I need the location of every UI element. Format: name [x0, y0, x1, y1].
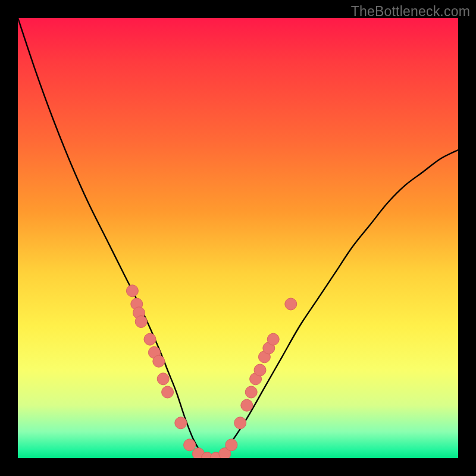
curve-marker — [226, 439, 237, 451]
curve-marker — [175, 417, 187, 429]
curve-marker — [153, 355, 165, 367]
plot-area — [18, 18, 458, 458]
curve-marker — [144, 333, 156, 345]
watermark-label: TheBottleneck.com — [351, 4, 470, 20]
curve-marker — [254, 364, 266, 376]
curve-marker — [241, 399, 253, 411]
curve-marker — [126, 285, 138, 297]
curve-marker — [184, 439, 196, 451]
bottleneck-curve — [18, 18, 458, 458]
curve-marker — [285, 298, 297, 310]
chart-frame: TheBottleneck.com — [0, 0, 476, 476]
curve-marker — [267, 333, 279, 345]
curve-layer — [18, 18, 458, 458]
curve-marker — [135, 316, 147, 328]
curve-marker — [234, 417, 246, 429]
curve-marker — [162, 386, 174, 398]
curve-markers — [126, 285, 296, 458]
curve-marker — [245, 386, 257, 398]
curve-marker — [157, 373, 169, 385]
